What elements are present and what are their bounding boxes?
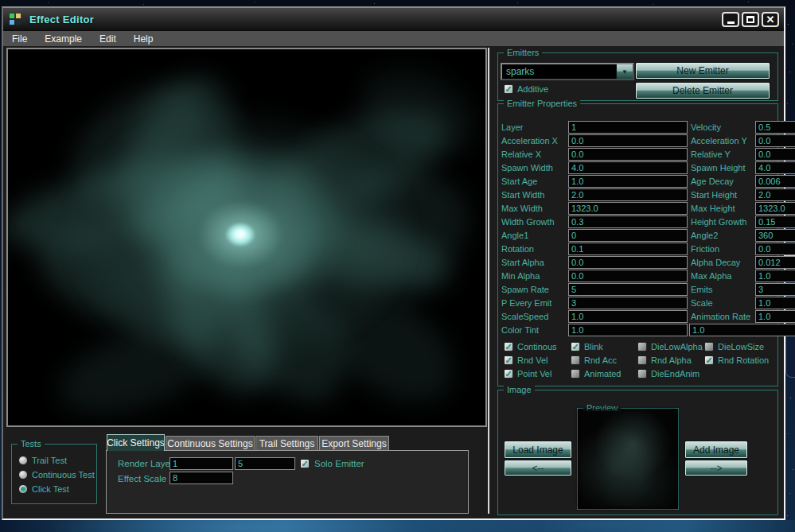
- flag-blink-checkbox[interactable]: ✓: [571, 342, 580, 351]
- radio-continuous-test[interactable]: [18, 470, 28, 480]
- flag-dieendanim-checkbox[interactable]: ✓: [637, 369, 647, 379]
- prop-label-max-height: Max Height: [689, 204, 755, 213]
- prev-image-button[interactable]: <--: [505, 460, 571, 476]
- click-settings-panel: Render Layers ✓ Solo Emitter Effect Scal…: [106, 450, 469, 514]
- prop-field-p-every-emit[interactable]: [568, 297, 688, 309]
- radio-label: Continuous Test: [32, 470, 95, 480]
- check-icon: ✓: [301, 460, 308, 468]
- flag-label: Rnd Alpha: [651, 355, 692, 365]
- prop-label-min-alpha: Min Alpha: [501, 271, 568, 281]
- flag-point-vel-checkbox[interactable]: ✓: [504, 369, 513, 379]
- prop-field-acceleration-x[interactable]: [568, 134, 688, 147]
- prop-label-scalespeed: ScaleSpeed: [501, 312, 568, 321]
- prop-field-spawn-rate[interactable]: [568, 283, 688, 296]
- new-emitter-button[interactable]: New Emitter: [636, 63, 770, 79]
- prop-field-min-alpha[interactable]: [568, 270, 688, 282]
- prop-field-angle2[interactable]: [755, 229, 795, 242]
- radio-trail-test[interactable]: [18, 456, 28, 465]
- flag-label: DieEndAnim: [651, 369, 700, 379]
- flag-label: Rnd Rotation: [718, 355, 769, 365]
- prop-field-width-growth[interactable]: [568, 216, 688, 228]
- color-tint-r-field[interactable]: [568, 324, 688, 336]
- menu-example[interactable]: Example: [36, 31, 91, 46]
- prop-field-max-alpha[interactable]: [755, 270, 795, 282]
- prop-field-age-decay[interactable]: [755, 175, 795, 188]
- flag-animated-checkbox[interactable]: ✓: [571, 369, 580, 379]
- menu-edit[interactable]: Edit: [91, 31, 125, 46]
- prop-field-scalespeed[interactable]: [568, 310, 688, 323]
- app-icon: [10, 14, 21, 25]
- menu-file[interactable]: File: [3, 31, 36, 46]
- prop-field-emits[interactable]: [755, 283, 795, 296]
- prop-field-spawn-width[interactable]: [568, 161, 688, 174]
- tab-continuous-settings[interactable]: Continuous Settings: [166, 436, 255, 450]
- close-button[interactable]: ✕: [762, 12, 779, 27]
- prop-field-start-age[interactable]: [568, 175, 688, 188]
- check-icon: ✓: [505, 343, 512, 351]
- radio-click-test[interactable]: [18, 484, 28, 494]
- prop-field-alpha-decay[interactable]: [755, 256, 795, 269]
- flag-label: Animated: [584, 369, 621, 379]
- prop-field-scale[interactable]: [755, 297, 795, 309]
- prop-field-layer[interactable]: [568, 121, 688, 134]
- flag-rnd-rotation-checkbox[interactable]: ✓: [704, 355, 714, 365]
- next-image-button[interactable]: -->: [685, 460, 747, 476]
- effect-editor-window: Effect Editor ✕ File Example Edit Help: [2, 6, 785, 520]
- additive-checkbox[interactable]: ✓: [504, 84, 513, 94]
- flag-label: Rnd Acc: [584, 355, 617, 365]
- effect-scale-label: Effect Scale: [118, 474, 166, 483]
- prop-field-start-width[interactable]: [568, 188, 688, 201]
- color-tint-g-field[interactable]: [689, 324, 795, 336]
- prop-field-start-height[interactable]: [755, 188, 795, 201]
- prop-field-start-alpha[interactable]: [568, 256, 688, 269]
- solo-emitter-checkbox[interactable]: ✓: [300, 459, 310, 468]
- maximize-button[interactable]: [742, 12, 759, 27]
- prop-label-spawn-width: Spawn Width: [501, 163, 568, 173]
- tab-export-settings[interactable]: Export Settings: [319, 436, 389, 450]
- image-group-label: Image: [504, 385, 535, 395]
- prop-field-animation-rate[interactable]: [755, 310, 795, 323]
- prop-field-relative-y[interactable]: [755, 148, 795, 161]
- load-image-button[interactable]: Load Image: [505, 441, 571, 458]
- prop-field-spawn-height[interactable]: [755, 161, 795, 174]
- tab-click-settings[interactable]: Click Settings: [107, 434, 165, 451]
- prop-field-max-width[interactable]: [568, 202, 688, 215]
- prop-label-rotation: Rotation: [501, 244, 568, 254]
- delete-emitter-button[interactable]: Delete Emitter: [636, 83, 770, 99]
- prop-field-acceleration-y[interactable]: [755, 134, 795, 147]
- flag-dielowalpha-checkbox[interactable]: ✓: [637, 342, 647, 351]
- prop-field-angle1[interactable]: [568, 229, 688, 242]
- prop-field-rotation[interactable]: [568, 243, 688, 255]
- desktop-stars: [0, 0, 1, 1]
- flag-rnd-acc-checkbox[interactable]: ✓: [571, 355, 580, 365]
- prop-label-spawn-rate: Spawn Rate: [501, 285, 568, 294]
- minimize-button[interactable]: [722, 12, 739, 27]
- particle-core: [233, 227, 247, 240]
- flag-continous-checkbox[interactable]: ✓: [504, 342, 513, 351]
- effect-preview-canvas[interactable]: [6, 48, 487, 427]
- prop-field-friction[interactable]: [755, 243, 795, 255]
- emitter-select[interactable]: sparks ▼: [501, 63, 634, 80]
- flag-label: DieLowAlpha: [651, 342, 703, 351]
- prop-label-max-alpha: Max Alpha: [689, 271, 755, 281]
- emitter-properties-group: Emitter Properties Layer Velocity Accele…: [497, 103, 778, 386]
- add-image-button[interactable]: Add Image: [685, 441, 747, 458]
- flag-rnd-alpha-checkbox[interactable]: ✓: [637, 355, 647, 365]
- menu-help[interactable]: Help: [125, 31, 162, 46]
- render-layers-to-field[interactable]: [235, 457, 295, 470]
- prop-field-height-growth[interactable]: [755, 216, 795, 228]
- title-bar[interactable]: Effect Editor ✕: [3, 8, 784, 30]
- tab-trail-settings[interactable]: Trail Settings: [255, 436, 318, 450]
- prop-field-max-height[interactable]: [755, 202, 795, 215]
- prop-field-velocity[interactable]: [755, 121, 795, 134]
- render-layers-from-field[interactable]: [170, 457, 233, 470]
- flag-dielowsize-checkbox[interactable]: ✓: [704, 342, 714, 351]
- prop-field-relative-x[interactable]: [568, 148, 688, 161]
- radio-label: Click Test: [32, 484, 69, 494]
- flag-rnd-vel-checkbox[interactable]: ✓: [504, 355, 513, 365]
- dropdown-button[interactable]: ▼: [616, 64, 633, 79]
- prop-label-velocity: Velocity: [689, 122, 755, 132]
- prop-label-start-alpha: Start Alpha: [501, 258, 568, 267]
- effect-scale-field[interactable]: [170, 472, 233, 484]
- prop-label-alpha-decay: Alpha Decay: [689, 258, 755, 267]
